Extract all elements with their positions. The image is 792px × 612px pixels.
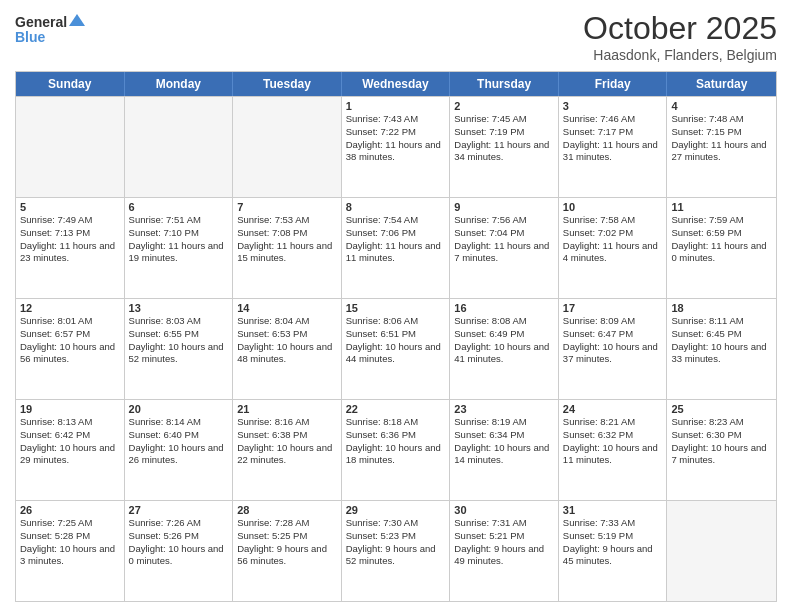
day-number: 10 [563, 201, 663, 213]
sunset: Sunset: 7:19 PM [454, 126, 554, 139]
day-number: 9 [454, 201, 554, 213]
sunset: Sunset: 5:26 PM [129, 530, 229, 543]
daylight: Daylight: 11 hours and 34 minutes. [454, 139, 554, 165]
daylight: Daylight: 11 hours and 27 minutes. [671, 139, 772, 165]
calendar-cell: 20 Sunrise: 8:14 AM Sunset: 6:40 PM Dayl… [125, 400, 234, 500]
header-day: Thursday [450, 72, 559, 96]
day-number: 3 [563, 100, 663, 112]
sunset: Sunset: 7:17 PM [563, 126, 663, 139]
day-number: 12 [20, 302, 120, 314]
calendar-cell: 7 Sunrise: 7:53 AM Sunset: 7:08 PM Dayli… [233, 198, 342, 298]
calendar-cell: 12 Sunrise: 8:01 AM Sunset: 6:57 PM Dayl… [16, 299, 125, 399]
header: General Blue October 2025 Haasdonk, Flan… [15, 10, 777, 63]
sunrise: Sunrise: 7:49 AM [20, 214, 120, 227]
day-number: 2 [454, 100, 554, 112]
sunrise: Sunrise: 8:09 AM [563, 315, 663, 328]
calendar-cell: 2 Sunrise: 7:45 AM Sunset: 7:19 PM Dayli… [450, 97, 559, 197]
sunrise: Sunrise: 8:04 AM [237, 315, 337, 328]
sunset: Sunset: 6:42 PM [20, 429, 120, 442]
calendar-cell: 28 Sunrise: 7:28 AM Sunset: 5:25 PM Dayl… [233, 501, 342, 601]
sunrise: Sunrise: 7:31 AM [454, 517, 554, 530]
calendar-cell: 24 Sunrise: 8:21 AM Sunset: 6:32 PM Dayl… [559, 400, 668, 500]
sunset: Sunset: 7:04 PM [454, 227, 554, 240]
sunset: Sunset: 6:57 PM [20, 328, 120, 341]
calendar-cell: 26 Sunrise: 7:25 AM Sunset: 5:28 PM Dayl… [16, 501, 125, 601]
daylight: Daylight: 10 hours and 52 minutes. [129, 341, 229, 367]
day-number: 30 [454, 504, 554, 516]
day-number: 5 [20, 201, 120, 213]
day-number: 21 [237, 403, 337, 415]
sunrise: Sunrise: 7:59 AM [671, 214, 772, 227]
sunset: Sunset: 6:45 PM [671, 328, 772, 341]
daylight: Daylight: 10 hours and 18 minutes. [346, 442, 446, 468]
calendar-cell: 8 Sunrise: 7:54 AM Sunset: 7:06 PM Dayli… [342, 198, 451, 298]
sunset: Sunset: 7:22 PM [346, 126, 446, 139]
daylight: Daylight: 11 hours and 0 minutes. [671, 240, 772, 266]
sunset: Sunset: 6:36 PM [346, 429, 446, 442]
sunrise: Sunrise: 7:56 AM [454, 214, 554, 227]
sunrise: Sunrise: 7:51 AM [129, 214, 229, 227]
day-number: 7 [237, 201, 337, 213]
month-title: October 2025 [583, 10, 777, 47]
daylight: Daylight: 11 hours and 38 minutes. [346, 139, 446, 165]
calendar-cell: 22 Sunrise: 8:18 AM Sunset: 6:36 PM Dayl… [342, 400, 451, 500]
daylight: Daylight: 9 hours and 56 minutes. [237, 543, 337, 569]
sunrise: Sunrise: 7:43 AM [346, 113, 446, 126]
daylight: Daylight: 10 hours and 7 minutes. [671, 442, 772, 468]
logo: General Blue [15, 10, 85, 50]
sunrise: Sunrise: 8:01 AM [20, 315, 120, 328]
calendar-row: 26 Sunrise: 7:25 AM Sunset: 5:28 PM Dayl… [16, 500, 776, 601]
svg-text:Blue: Blue [15, 29, 46, 45]
sunset: Sunset: 6:51 PM [346, 328, 446, 341]
sunrise: Sunrise: 7:53 AM [237, 214, 337, 227]
day-number: 11 [671, 201, 772, 213]
sunset: Sunset: 5:28 PM [20, 530, 120, 543]
daylight: Daylight: 11 hours and 19 minutes. [129, 240, 229, 266]
sunset: Sunset: 7:06 PM [346, 227, 446, 240]
header-day: Saturday [667, 72, 776, 96]
day-number: 18 [671, 302, 772, 314]
sunset: Sunset: 5:23 PM [346, 530, 446, 543]
calendar-cell: 27 Sunrise: 7:26 AM Sunset: 5:26 PM Dayl… [125, 501, 234, 601]
calendar-cell: 16 Sunrise: 8:08 AM Sunset: 6:49 PM Dayl… [450, 299, 559, 399]
day-number: 22 [346, 403, 446, 415]
daylight: Daylight: 10 hours and 56 minutes. [20, 341, 120, 367]
day-number: 6 [129, 201, 229, 213]
calendar-cell: 9 Sunrise: 7:56 AM Sunset: 7:04 PM Dayli… [450, 198, 559, 298]
header-day: Wednesday [342, 72, 451, 96]
sunrise: Sunrise: 8:18 AM [346, 416, 446, 429]
header-day: Tuesday [233, 72, 342, 96]
day-number: 20 [129, 403, 229, 415]
daylight: Daylight: 10 hours and 0 minutes. [129, 543, 229, 569]
sunset: Sunset: 5:25 PM [237, 530, 337, 543]
sunset: Sunset: 6:53 PM [237, 328, 337, 341]
calendar-cell [667, 501, 776, 601]
calendar-cell: 4 Sunrise: 7:48 AM Sunset: 7:15 PM Dayli… [667, 97, 776, 197]
sunrise: Sunrise: 8:03 AM [129, 315, 229, 328]
sunset: Sunset: 6:40 PM [129, 429, 229, 442]
daylight: Daylight: 11 hours and 7 minutes. [454, 240, 554, 266]
location: Haasdonk, Flanders, Belgium [583, 47, 777, 63]
sunrise: Sunrise: 8:21 AM [563, 416, 663, 429]
day-number: 1 [346, 100, 446, 112]
calendar-cell: 19 Sunrise: 8:13 AM Sunset: 6:42 PM Dayl… [16, 400, 125, 500]
sunset: Sunset: 6:32 PM [563, 429, 663, 442]
daylight: Daylight: 11 hours and 31 minutes. [563, 139, 663, 165]
calendar-cell: 25 Sunrise: 8:23 AM Sunset: 6:30 PM Dayl… [667, 400, 776, 500]
sunrise: Sunrise: 7:54 AM [346, 214, 446, 227]
day-number: 15 [346, 302, 446, 314]
day-number: 19 [20, 403, 120, 415]
sunrise: Sunrise: 8:16 AM [237, 416, 337, 429]
day-number: 26 [20, 504, 120, 516]
daylight: Daylight: 10 hours and 14 minutes. [454, 442, 554, 468]
header-day: Friday [559, 72, 668, 96]
sunrise: Sunrise: 7:33 AM [563, 517, 663, 530]
sunrise: Sunrise: 7:28 AM [237, 517, 337, 530]
daylight: Daylight: 10 hours and 29 minutes. [20, 442, 120, 468]
sunset: Sunset: 5:19 PM [563, 530, 663, 543]
daylight: Daylight: 11 hours and 15 minutes. [237, 240, 337, 266]
sunset: Sunset: 7:02 PM [563, 227, 663, 240]
day-number: 24 [563, 403, 663, 415]
calendar-cell: 31 Sunrise: 7:33 AM Sunset: 5:19 PM Dayl… [559, 501, 668, 601]
day-number: 8 [346, 201, 446, 213]
